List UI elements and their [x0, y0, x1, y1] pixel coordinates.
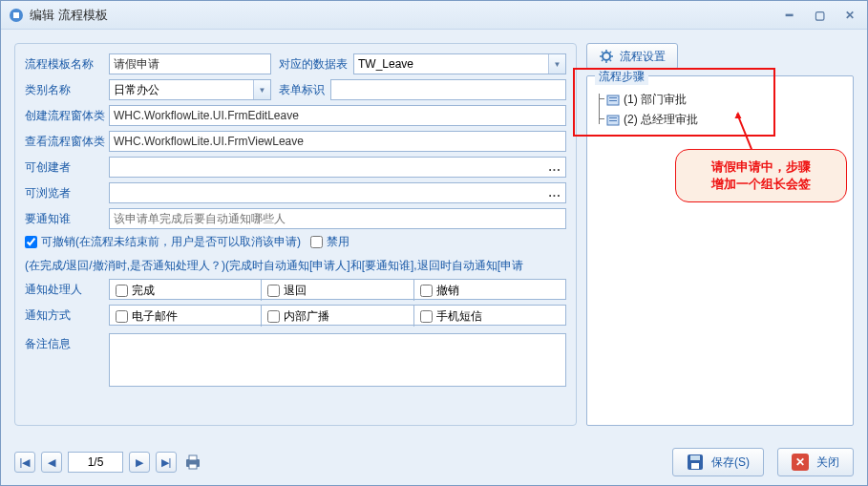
footer-buttons: 保存(S) ✕ 关闭: [672, 448, 854, 476]
save-button[interactable]: 保存(S): [672, 448, 764, 476]
label-category-name: 类别名称: [25, 82, 109, 98]
revocable-label: 可撤销(在流程未结束前，用户是否可以取消该申请): [41, 234, 301, 250]
callout-line2: 增加一个组长会签: [711, 176, 811, 193]
svg-rect-8: [609, 120, 617, 121]
pager-last-button[interactable]: ▶|: [156, 452, 177, 473]
svg-rect-10: [189, 455, 197, 460]
category-name-dropdown[interactable]: 日常办公 ▼: [109, 79, 271, 100]
handler-revoke-checkbox[interactable]: [420, 285, 433, 297]
svg-rect-1: [13, 12, 19, 18]
can-view-input[interactable]: ...: [109, 182, 566, 203]
label-view-window-class: 查看流程窗体类: [25, 134, 109, 150]
close-label: 关闭: [816, 454, 839, 471]
window-title: 编辑 流程模板: [30, 7, 779, 24]
save-label: 保存(S): [711, 454, 750, 471]
titlebar: 编辑 流程模板 ━ ▢ ✕: [1, 1, 867, 30]
step-item[interactable]: (1) 部门审批: [593, 90, 847, 110]
disk-icon: [687, 454, 704, 471]
ellipsis-button[interactable]: ...: [544, 183, 565, 202]
close-button[interactable]: ✕ 关闭: [777, 448, 854, 476]
handler-complete-checkbox[interactable]: [116, 285, 128, 297]
method-sms-checkbox[interactable]: [420, 310, 433, 323]
minimize-button[interactable]: ━: [779, 8, 798, 23]
data-table-dropdown[interactable]: TW_Leave ▼: [353, 53, 566, 74]
close-icon: ✕: [792, 454, 809, 471]
data-table-value: TW_Leave: [354, 57, 548, 71]
disabled-checkbox[interactable]: [310, 236, 323, 248]
callout-line1: 请假申请中，步骤: [711, 158, 811, 176]
steps-tree: (1) 部门审批 (2) 总经理审批: [593, 82, 847, 130]
ellipsis-button[interactable]: ...: [544, 158, 565, 177]
svg-rect-13: [690, 455, 700, 460]
label-notify-who: 要通知谁: [25, 211, 109, 227]
window-controls: ━ ▢ ✕: [779, 8, 859, 23]
annotation-arrow-icon: ▲: [732, 108, 744, 121]
steps-group-title: 流程步骤: [595, 69, 648, 85]
label-can-create: 可创建者: [25, 159, 109, 176]
step-label: (2) 总经理审批: [624, 112, 698, 128]
label-notify-method: 通知方式: [25, 307, 109, 324]
flow-config-button[interactable]: 流程设置: [586, 43, 678, 70]
dropdown-arrow-icon: ▼: [548, 54, 565, 74]
label-data-table: 对应的数据表: [279, 56, 348, 73]
label-create-window-class: 创建流程窗体类: [25, 108, 109, 124]
steps-group: 流程步骤 (1) 部门审批 (2) 总经理审批: [586, 75, 854, 426]
disabled-label: 禁用: [327, 234, 349, 250]
step-item[interactable]: (2) 总经理审批: [593, 110, 847, 130]
method-broadcast-checkbox[interactable]: [267, 310, 280, 323]
form-id-input[interactable]: [330, 79, 566, 100]
content-area: 流程模板名称 对应的数据表 TW_Leave ▼ 类别名称 日常办公 ▼ 表单标…: [1, 30, 867, 439]
remark-textarea[interactable]: [109, 333, 566, 387]
section-note: (在完成/退回/撤消时,是否通知处理人？)(完成时自动通知[申请人]和[要通知谁…: [25, 258, 566, 274]
printer-icon[interactable]: [182, 452, 203, 473]
close-button[interactable]: ✕: [840, 8, 859, 23]
maximize-button[interactable]: ▢: [810, 8, 829, 23]
pager-first-button[interactable]: |◀: [14, 452, 35, 473]
notify-handler-group: 完成 退回 撤销: [109, 279, 566, 300]
pager-next-button[interactable]: ▶: [129, 452, 150, 473]
svg-rect-4: [609, 97, 617, 98]
revocable-checkbox[interactable]: [25, 236, 37, 248]
svg-point-2: [603, 53, 610, 60]
svg-rect-5: [609, 100, 617, 101]
step-icon: [606, 94, 620, 107]
label-form-id: 表单标识: [279, 82, 325, 98]
annotation-callout: 请假申请中，步骤 增加一个组长会签: [675, 149, 847, 202]
pager: |◀ ◀ ▶ ▶|: [14, 452, 203, 473]
label-remark: 备注信息: [25, 333, 109, 352]
step-icon: [606, 114, 620, 127]
app-icon: [9, 8, 24, 23]
notify-who-input[interactable]: [109, 208, 566, 229]
svg-rect-11: [189, 464, 197, 469]
label-flow-template-name: 流程模板名称: [25, 56, 109, 73]
step-label: (1) 部门审批: [624, 92, 687, 108]
svg-rect-14: [691, 463, 699, 469]
gear-icon: [599, 49, 614, 64]
pager-page-input[interactable]: [68, 452, 123, 473]
flow-template-name-input[interactable]: [109, 53, 271, 74]
category-name-value: 日常办公: [110, 82, 253, 98]
flow-config-label: 流程设置: [620, 49, 666, 65]
method-email-checkbox[interactable]: [116, 310, 128, 323]
can-create-input[interactable]: ...: [109, 157, 566, 178]
label-notify-handler: 通知处理人: [25, 282, 109, 298]
svg-rect-7: [609, 117, 617, 118]
label-can-view: 可浏览者: [25, 185, 109, 201]
dropdown-arrow-icon: ▼: [253, 80, 270, 99]
form-panel: 流程模板名称 对应的数据表 TW_Leave ▼ 类别名称 日常办公 ▼ 表单标…: [14, 43, 577, 426]
footer: |◀ ◀ ▶ ▶| 保存(S) ✕ 关闭: [1, 439, 867, 485]
window: 编辑 流程模板 ━ ▢ ✕ 流程模板名称 对应的数据表 TW_Leave ▼ 类…: [0, 0, 868, 486]
handler-return-checkbox[interactable]: [267, 285, 280, 297]
pager-prev-button[interactable]: ◀: [41, 452, 62, 473]
notify-method-group: 电子邮件 内部广播 手机短信: [109, 305, 566, 326]
create-window-class-input[interactable]: [109, 105, 566, 126]
view-window-class-input[interactable]: [109, 131, 566, 152]
right-panel: 流程设置 流程步骤 (1) 部门审批 (2) 总经理审批: [586, 43, 854, 426]
